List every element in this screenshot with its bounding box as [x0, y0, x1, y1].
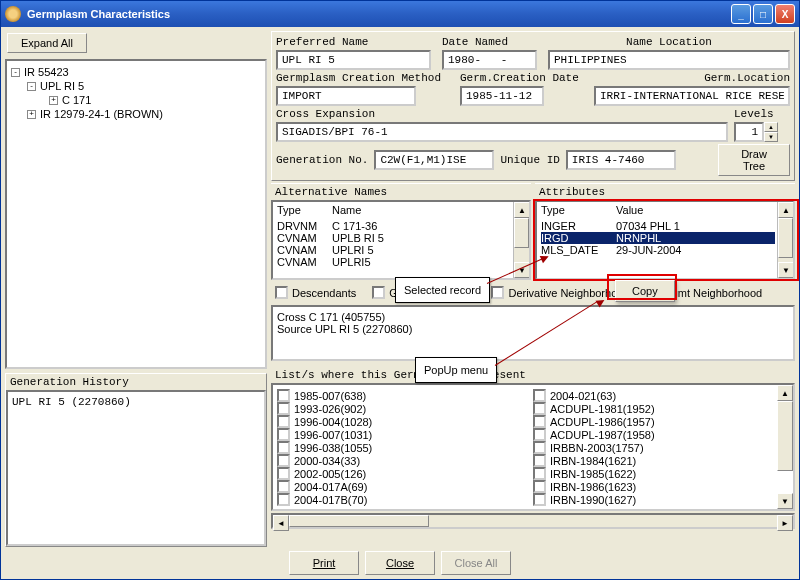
list-row[interactable]: CVNAMUPLRI5	[277, 256, 511, 268]
list-check-item[interactable]: IRBN-1986(1623)	[533, 480, 789, 493]
titlebar[interactable]: Germplasm Characteristics _ □ X	[1, 1, 799, 27]
list-check-item[interactable]: 2002-005(126)	[277, 467, 533, 480]
scroll-thumb[interactable]	[777, 401, 793, 471]
checkbox-icon[interactable]	[275, 286, 288, 299]
descendants-check[interactable]: Descendants	[275, 286, 356, 299]
checkbox-icon[interactable]	[277, 493, 290, 506]
draw-tree-button[interactable]: Draw Tree	[718, 144, 790, 176]
copy-menu-item[interactable]: Copy	[632, 285, 658, 297]
list-check-item[interactable]: IRBN-1984(1621)	[533, 454, 789, 467]
scrollbar[interactable]: ▲ ▼	[777, 385, 793, 509]
scroll-up-icon[interactable]: ▲	[778, 202, 794, 218]
list-check-item[interactable]: 1996-007(1031)	[277, 428, 533, 441]
list-check-item[interactable]: IRBN-1990(1627)	[533, 493, 789, 506]
gloc-field[interactable]	[594, 86, 790, 106]
checkbox-icon[interactable]	[277, 428, 290, 441]
list-row[interactable]: CVNAMUPLRI 5	[277, 244, 511, 256]
tree-root[interactable]: - IR 55423	[11, 65, 261, 79]
scroll-thumb[interactable]	[778, 218, 793, 258]
list-check-item[interactable]: 1993-026(902)	[277, 402, 533, 415]
list-check-item[interactable]: 2004-021(63)	[533, 389, 789, 402]
attributes-listbox[interactable]: TypeValue INGER07034 PHL 1 IRGDNRNPHL ML…	[535, 200, 795, 280]
print-button[interactable]: Print	[289, 551, 359, 575]
checkbox-icon[interactable]	[533, 467, 546, 480]
checkbox-icon[interactable]	[277, 441, 290, 454]
minimize-button[interactable]: _	[731, 4, 751, 24]
expand-all-button[interactable]: Expand All	[7, 33, 87, 53]
close-all-button[interactable]: Close All	[441, 551, 511, 575]
generation-history-body[interactable]: UPL RI 5 (2270860)	[6, 390, 266, 546]
cross-exp-field[interactable]	[276, 122, 728, 142]
list-check-item[interactable]: IRBBN-2003(1757)	[533, 441, 789, 454]
checkbox-icon[interactable]	[372, 286, 385, 299]
scroll-up-icon[interactable]: ▲	[777, 385, 793, 401]
list-row[interactable]: INGER07034 PHL 1	[541, 220, 775, 232]
checkbox-icon[interactable]	[533, 441, 546, 454]
scroll-left-icon[interactable]: ◄	[273, 515, 289, 531]
gcm-field[interactable]	[276, 86, 416, 106]
scroll-up-icon[interactable]: ▲	[514, 202, 530, 218]
list-check-item[interactable]: 1985-007(638)	[277, 389, 533, 402]
name-location-field[interactable]	[548, 50, 790, 70]
tree-toggle-icon[interactable]: +	[49, 96, 58, 105]
scrollbar[interactable]: ▲ ▼	[777, 202, 793, 278]
scroll-thumb[interactable]	[514, 218, 529, 248]
list-check-item[interactable]: ACDUPL-1986(1957)	[533, 415, 789, 428]
close-window-button[interactable]: X	[775, 4, 795, 24]
context-menu[interactable]: Copy	[615, 280, 675, 302]
list-check-item[interactable]: 2000-034(33)	[277, 454, 533, 467]
checkbox-icon[interactable]	[533, 493, 546, 506]
list-check-item[interactable]: 1996-038(1055)	[277, 441, 533, 454]
list-check-item[interactable]: 2004-017B(70)	[277, 493, 533, 506]
list-check-item[interactable]: ACDUPL-1981(1952)	[533, 402, 789, 415]
tree-item[interactable]: + C 171	[11, 93, 261, 107]
checkbox-icon[interactable]	[533, 389, 546, 402]
maximize-button[interactable]: □	[753, 4, 773, 24]
date-named-field[interactable]	[442, 50, 537, 70]
pref-name-field[interactable]	[276, 50, 431, 70]
scroll-right-icon[interactable]: ►	[777, 515, 793, 531]
horizontal-scrollbar[interactable]: ◄ ►	[271, 513, 795, 529]
spinner-up-icon[interactable]: ▲	[764, 122, 778, 132]
list-row[interactable]: CVNAMUPLB RI 5	[277, 232, 511, 244]
tree-toggle-icon[interactable]: -	[27, 82, 36, 91]
spinner-down-icon[interactable]: ▼	[764, 132, 778, 142]
checkbox-icon[interactable]	[533, 402, 546, 415]
tree-item[interactable]: + IR 12979-24-1 (BROWN)	[11, 107, 261, 121]
derivative-check[interactable]: Derivative Neighborhood	[491, 286, 629, 299]
scroll-down-icon[interactable]: ▼	[778, 262, 794, 278]
scroll-down-icon[interactable]: ▼	[777, 493, 793, 509]
tree-view[interactable]: - IR 55423 - UPL RI 5 + C 171 + IR 12979…	[5, 59, 267, 369]
cross-source-box[interactable]: Cross C 171 (405755) Source UPL RI 5 (22…	[271, 305, 795, 361]
lists-body[interactable]: 1985-007(638)1993-026(902)1996-004(1028)…	[271, 383, 795, 511]
checkbox-icon[interactable]	[533, 415, 546, 428]
list-check-item[interactable]: ACDUPL-1987(1958)	[533, 428, 789, 441]
list-check-item[interactable]: IRBN-1985(1622)	[533, 467, 789, 480]
alt-names-listbox[interactable]: TypeName DRVNMC 171-36 CVNAMUPLB RI 5 CV…	[271, 200, 531, 280]
scroll-thumb[interactable]	[289, 515, 429, 527]
checkbox-icon[interactable]	[277, 454, 290, 467]
gen-no-field[interactable]	[374, 150, 494, 170]
uid-field[interactable]	[566, 150, 676, 170]
levels-spinner[interactable]: ▲ ▼	[734, 122, 790, 142]
list-row[interactable]: DRVNMC 171-36	[277, 220, 511, 232]
tree-toggle-icon[interactable]: -	[11, 68, 20, 77]
checkbox-icon[interactable]	[533, 480, 546, 493]
checkbox-icon[interactable]	[491, 286, 504, 299]
checkbox-icon[interactable]	[277, 480, 290, 493]
checkbox-icon[interactable]	[277, 415, 290, 428]
list-row-selected[interactable]: IRGDNRNPHL	[541, 232, 775, 244]
checkbox-icon[interactable]	[533, 428, 546, 441]
list-check-item[interactable]: 2004-017A(69)	[277, 480, 533, 493]
checkbox-icon[interactable]	[533, 454, 546, 467]
tree-toggle-icon[interactable]: +	[27, 110, 36, 119]
checkbox-icon[interactable]	[277, 389, 290, 402]
gcd-field[interactable]	[460, 86, 544, 106]
levels-field[interactable]	[734, 122, 764, 142]
checkbox-icon[interactable]	[277, 467, 290, 480]
list-check-item[interactable]: 1996-004(1028)	[277, 415, 533, 428]
checkbox-icon[interactable]	[277, 402, 290, 415]
close-button[interactable]: Close	[365, 551, 435, 575]
tree-item[interactable]: - UPL RI 5	[11, 79, 261, 93]
list-row[interactable]: MLS_DATE29-JUN-2004	[541, 244, 775, 256]
